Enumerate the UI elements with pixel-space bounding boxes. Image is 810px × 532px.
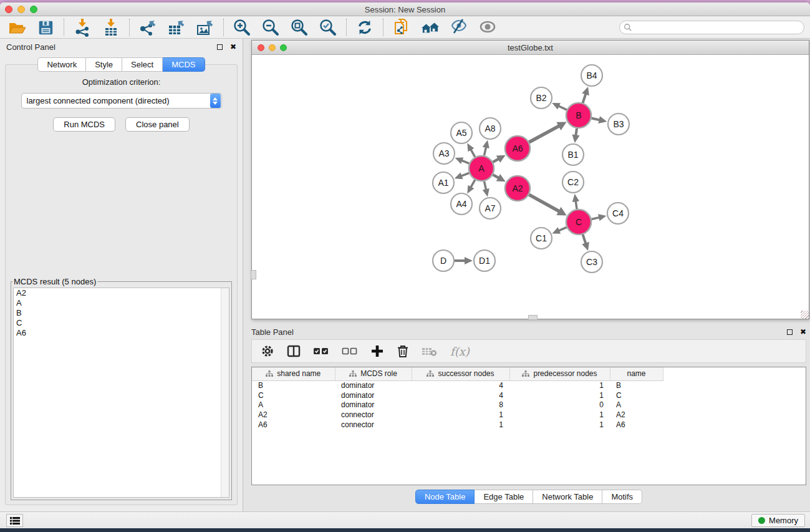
export-table-icon[interactable] (166, 18, 187, 37)
svg-text:B: B (576, 110, 581, 120)
zoom-fit-icon[interactable] (289, 18, 310, 37)
hide-graphics-details-icon[interactable] (448, 18, 470, 37)
memory-button[interactable]: Memory (751, 514, 805, 527)
column-layout-icon[interactable] (287, 344, 301, 358)
svg-text:A7: A7 (485, 203, 495, 213)
tab-motifs[interactable]: Motifs (602, 490, 642, 504)
clone-network-icon[interactable] (391, 18, 412, 37)
table-row[interactable]: Cdominator41C (252, 390, 806, 400)
task-history-button[interactable] (6, 514, 23, 527)
tab-node-table[interactable]: Node Table (415, 490, 475, 504)
svg-text:A1: A1 (438, 178, 448, 188)
svg-text:A: A (478, 163, 485, 173)
mcds-result-title: MCDS result (5 nodes) (12, 277, 97, 286)
table-row[interactable]: Adominator80A (252, 400, 806, 410)
svg-text:A5: A5 (456, 128, 466, 138)
network-canvas[interactable]: B4B2BB3A5A8A6A3B1AA1A2C2A4A7CC4C1C3DD1 (252, 55, 809, 319)
delete-column-icon[interactable] (397, 344, 409, 358)
float-panel-icon[interactable] (217, 44, 223, 50)
tab-style[interactable]: Style (86, 57, 122, 72)
network-title: testGlobe.txt (252, 43, 809, 52)
deselect-all-icon[interactable] (342, 346, 358, 357)
import-network-icon[interactable] (72, 18, 93, 37)
export-image-icon[interactable] (195, 18, 216, 37)
svg-text:A3: A3 (438, 148, 449, 158)
run-mcds-button[interactable]: Run MCDS (53, 117, 115, 132)
delete-table-icon (422, 345, 438, 357)
svg-text:D1: D1 (479, 256, 490, 266)
optimization-criterion-label: Optimization criterion: (6, 77, 237, 87)
list-icon (10, 516, 20, 525)
hierarchy-icon (427, 370, 434, 377)
open-file-icon[interactable] (6, 18, 27, 37)
network-view-window: testGlobe.txt B4B2BB3A5A8A6A3B1AA1A2C2A4… (251, 40, 809, 319)
criterion-value: largest connected component (directed) (22, 96, 210, 105)
result-list-item[interactable]: C (14, 318, 229, 328)
svg-text:C4: C4 (612, 208, 624, 218)
hierarchy-icon (266, 370, 273, 377)
add-column-icon[interactable] (370, 344, 384, 358)
svg-text:B1: B1 (567, 150, 578, 160)
svg-text:A2: A2 (512, 183, 523, 193)
home-icon[interactable] (420, 18, 441, 37)
tab-mcds[interactable]: MCDS (163, 57, 205, 72)
zoom-in-icon[interactable] (231, 18, 253, 37)
network-graph[interactable]: B4B2BB3A5A8A6A3B1AA1A2C2A4A7CC4C1C3DD1 (252, 55, 802, 319)
zoom-out-icon[interactable] (260, 18, 281, 37)
table-float-icon[interactable] (787, 329, 793, 335)
status-bar: Memory (0, 511, 810, 528)
svg-text:B3: B3 (613, 119, 624, 129)
result-list-item[interactable]: A6 (14, 328, 229, 338)
result-list-item[interactable]: A (14, 298, 229, 308)
tab-network-table[interactable]: Network Table (533, 490, 602, 504)
svg-text:A8: A8 (485, 123, 495, 133)
tab-network[interactable]: Network (37, 57, 86, 72)
tab-edge-table[interactable]: Edge Table (475, 490, 533, 504)
show-graphics-details-icon[interactable] (477, 18, 498, 37)
settings-gear-icon[interactable] (261, 344, 274, 358)
tab-select[interactable]: Select (122, 57, 163, 72)
result-list-item[interactable]: A2 (14, 288, 229, 298)
memory-label: Memory (769, 516, 798, 525)
col-name[interactable]: name (610, 367, 663, 380)
svg-text:A4: A4 (456, 199, 466, 209)
splitter-handle-left[interactable] (251, 270, 256, 279)
close-panel-button[interactable]: Close panel (125, 117, 190, 132)
zoom-selected-icon[interactable] (317, 18, 339, 37)
svg-text:C1: C1 (536, 233, 547, 243)
table-toolbar: f(x) (251, 339, 806, 363)
import-table-icon[interactable] (100, 18, 122, 37)
table-row[interactable]: A2connector11A2 (252, 410, 806, 420)
svg-text:C3: C3 (586, 257, 597, 267)
result-scrollbar[interactable] (221, 288, 229, 497)
save-session-icon[interactable] (35, 18, 56, 37)
table-row[interactable]: Bdominator41B (252, 380, 806, 390)
table-close-icon[interactable]: ✖ (800, 328, 806, 336)
node-table[interactable]: shared name MCDS role successor nodes pr… (251, 367, 806, 485)
svg-text:C: C (576, 217, 582, 227)
splitter-handle-bottom[interactable] (528, 315, 538, 320)
select-all-icon[interactable] (313, 346, 329, 357)
search-icon (624, 23, 632, 32)
col-shared-name[interactable]: shared name (252, 367, 335, 380)
table-panel-title: Table Panel (251, 327, 787, 337)
dropdown-stepper-icon (210, 94, 221, 108)
col-mcds-role[interactable]: MCDS role (335, 367, 412, 380)
result-list-item[interactable]: B (14, 308, 229, 318)
resize-grip-icon[interactable] (801, 311, 809, 319)
window-title: Session: New Session (0, 5, 810, 14)
search-field[interactable] (619, 21, 804, 34)
export-network-icon[interactable] (137, 18, 158, 37)
table-row[interactable]: A6connector11A6 (252, 420, 806, 430)
mcds-result-list[interactable]: A2ABCA6 (13, 288, 229, 498)
svg-text:B4: B4 (586, 70, 597, 80)
criterion-dropdown[interactable]: largest connected component (directed) (21, 93, 222, 109)
col-predecessor-nodes[interactable]: predecessor nodes (509, 367, 610, 380)
close-panel-icon[interactable]: ✖ (230, 43, 236, 51)
table-tabs: Node Table Edge Table Network Table Moti… (251, 490, 806, 504)
control-panel-tabs: Network Style Select MCDS (0, 57, 243, 72)
hierarchy-icon (349, 370, 357, 377)
refresh-icon[interactable] (354, 18, 375, 37)
col-successor-nodes[interactable]: successor nodes (412, 367, 509, 380)
search-input[interactable] (632, 22, 804, 33)
